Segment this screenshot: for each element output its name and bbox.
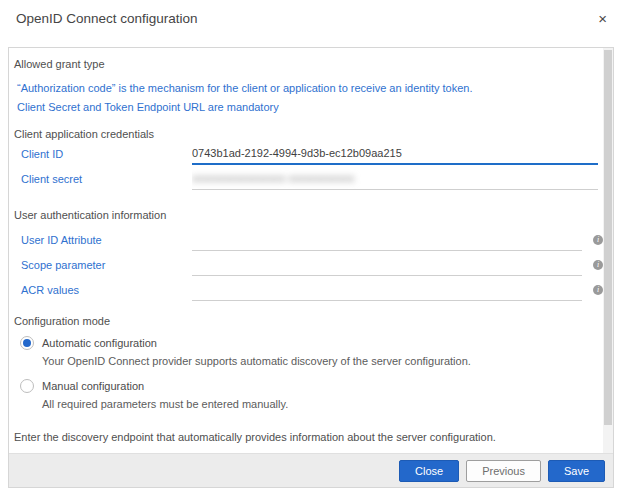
openid-connect-dialog: OpenID Connect configuration × Allowed g… bbox=[0, 0, 622, 497]
client-secret-input[interactable]: xxxxxxxxxxxxxxxxx xxxxxxxxxxxx bbox=[192, 168, 598, 190]
client-id-label: Client ID bbox=[21, 144, 192, 165]
manual-configuration-option[interactable]: Manual configuration bbox=[20, 379, 603, 393]
automatic-configuration-option[interactable]: Automatic configuration bbox=[20, 336, 603, 350]
scope-parameter-input[interactable] bbox=[192, 254, 582, 276]
client-id-input[interactable]: 0743b1ad-2192-4994-9d3b-ec12b09aa215 bbox=[192, 143, 598, 165]
credentials-heading: Client application credentials bbox=[14, 128, 603, 140]
dialog-footer: Close Previous Save bbox=[9, 453, 613, 487]
previous-button[interactable]: Previous bbox=[466, 460, 541, 482]
manual-configuration-description: All required parameters must be entered … bbox=[42, 397, 603, 412]
radio-automatic-configuration[interactable] bbox=[20, 336, 34, 350]
scrollbar-thumb[interactable] bbox=[604, 50, 612, 425]
client-id-row: Client ID 0743b1ad-2192-4994-9d3b-ec12b0… bbox=[21, 143, 603, 165]
info-icon[interactable]: i bbox=[593, 235, 603, 245]
user-id-attribute-row: User ID Attribute i bbox=[21, 229, 603, 251]
dialog-title: OpenID Connect configuration bbox=[16, 11, 198, 26]
close-icon[interactable]: × bbox=[596, 9, 609, 29]
close-button[interactable]: Close bbox=[399, 460, 459, 482]
vertical-scrollbar[interactable] bbox=[603, 48, 613, 453]
info-icon[interactable]: i bbox=[593, 285, 603, 295]
user-id-attribute-label: User ID Attribute bbox=[21, 230, 192, 251]
client-secret-row: Client secret xxxxxxxxxxxxxxxxx xxxxxxxx… bbox=[21, 168, 603, 190]
config-mode-heading: Configuration mode bbox=[14, 315, 603, 327]
auth-info-heading: User authentication information bbox=[14, 209, 603, 221]
grant-info-line-2: Client Secret and Token Endpoint URL are… bbox=[17, 98, 603, 117]
dialog-body-panel: Allowed grant type “Authorization code” … bbox=[8, 47, 614, 488]
dialog-header: OpenID Connect configuration × bbox=[0, 0, 622, 47]
client-secret-label: Client secret bbox=[21, 169, 192, 190]
client-secret-redacted-value: xxxxxxxxxxxxxxxxx xxxxxxxxxxxx bbox=[192, 172, 355, 184]
acr-values-row: ACR values i bbox=[21, 279, 603, 301]
scope-parameter-label: Scope parameter bbox=[21, 255, 192, 276]
info-icon[interactable]: i bbox=[593, 260, 603, 270]
manual-configuration-label: Manual configuration bbox=[42, 380, 144, 392]
automatic-configuration-label: Automatic configuration bbox=[42, 337, 157, 349]
save-button[interactable]: Save bbox=[548, 460, 605, 482]
grant-type-heading: Allowed grant type bbox=[14, 58, 603, 70]
automatic-configuration-description: Your OpenID Connect provider supports au… bbox=[42, 354, 603, 369]
acr-values-input[interactable] bbox=[192, 279, 582, 301]
radio-manual-configuration[interactable] bbox=[20, 379, 34, 393]
grant-info-line-1: “Authorization code” is the mechanism fo… bbox=[17, 79, 603, 98]
discovery-intro-text: Enter the discovery endpoint that automa… bbox=[14, 431, 603, 443]
scroll-content: Allowed grant type “Authorization code” … bbox=[9, 48, 603, 453]
user-id-attribute-input[interactable] bbox=[192, 229, 582, 251]
scope-parameter-row: Scope parameter i bbox=[21, 254, 603, 276]
acr-values-label: ACR values bbox=[21, 280, 192, 301]
